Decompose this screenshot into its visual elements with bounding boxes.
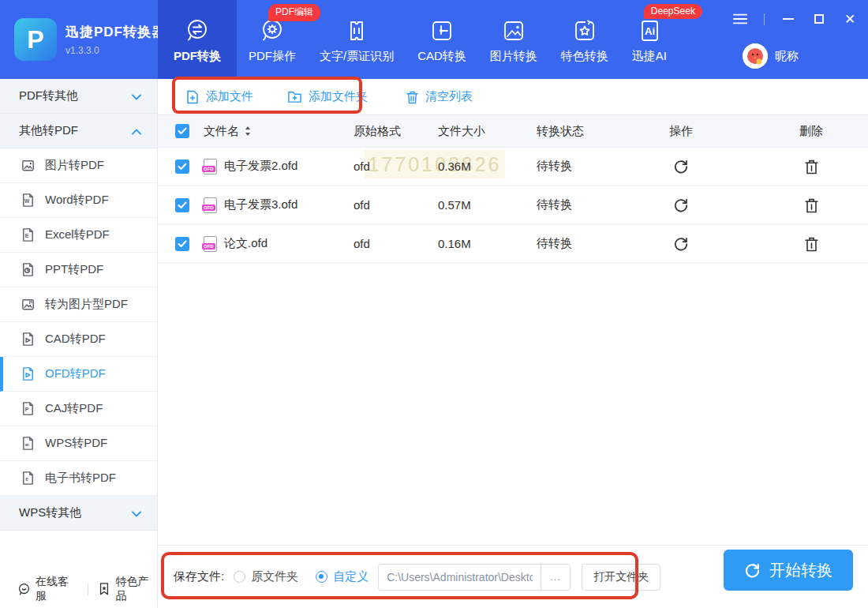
main-content: 1770102826 添加文件 添加文件夹 清空列表 — [158, 79, 868, 608]
footer-divider — [88, 584, 88, 595]
clear-list-label: 清空列表 — [425, 89, 473, 104]
sidebar-item-ppt-to-pdf[interactable]: PPT转PDF — [0, 253, 157, 287]
ofd-file-icon: OFD — [204, 159, 217, 175]
maximize-button[interactable] — [812, 12, 826, 26]
sidebar-item-word-to-pdf[interactable]: W Word转PDF — [0, 183, 157, 218]
featured-products-label: 特色产品 — [115, 575, 157, 603]
sidebar-item-ebook-to-pdf[interactable]: e 电子书转PDF — [0, 461, 157, 496]
original-folder-label: 原文件夹 — [251, 569, 298, 584]
tab-pdf-convert[interactable]: PDF转换 — [158, 0, 237, 79]
pdf-file-icon — [21, 332, 36, 347]
add-folder-label: 添加文件夹 — [309, 89, 368, 104]
output-path-input[interactable] — [379, 565, 541, 590]
close-button[interactable]: ✕ — [843, 12, 857, 26]
online-support-label: 在线客服 — [36, 575, 77, 603]
row-checkbox[interactable] — [175, 160, 189, 174]
table-header: 文件名 原始格式 文件大小 转换状态 操作 删除 — [158, 115, 868, 148]
file-name: 电子发票3.ofd — [224, 197, 297, 212]
tab-label: CAD转换 — [417, 49, 466, 64]
app-version: v1.3.3.0 — [65, 45, 166, 56]
pdf-convert-icon — [185, 15, 210, 43]
file-size: 0.57M — [432, 198, 530, 212]
sidebar-item-caj-to-pdf[interactable]: P CAJ转PDF — [0, 392, 157, 426]
sidebar-section-pdf-to-other[interactable]: PDF转其他 — [0, 79, 157, 114]
sidebar-item-wps-to-pdf[interactable]: w WPS转PDF — [0, 426, 157, 461]
app-window: P 迅捷PDF转换器 v1.3.3.0 PDF转换 PDF编辑 — [0, 0, 868, 608]
custom-radio[interactable] — [316, 571, 327, 583]
file-name: 论文.ofd — [224, 236, 268, 251]
column-header-size: 文件大小 — [432, 124, 530, 139]
table-row: OFD 电子发票3.ofd ofd 0.57M 待转换 — [158, 186, 868, 225]
clear-list-button[interactable]: 清空列表 — [406, 89, 473, 104]
delete-row-button[interactable] — [804, 236, 819, 252]
file-status: 待转换 — [530, 236, 608, 251]
add-folder-button[interactable]: 添加文件夹 — [287, 89, 368, 104]
file-format: ofd — [347, 198, 432, 212]
convert-refresh-button[interactable] — [673, 159, 689, 175]
sidebar-item-label: PPT转PDF — [45, 262, 103, 277]
sidebar-item-excel-to-pdf[interactable]: E Excel转PDF — [0, 218, 157, 253]
browse-button[interactable]: ... — [541, 565, 570, 590]
image-file-icon — [21, 158, 36, 173]
tab-pdf-operate[interactable]: PDF编辑 PDF操作 — [237, 0, 308, 79]
online-support-link[interactable]: 在线客服 — [17, 575, 77, 603]
tab-ocr[interactable]: 文字/票证识别 — [308, 0, 406, 79]
table-row: OFD 论文.ofd ofd 0.16M 待转换 — [158, 225, 868, 264]
excel-file-icon: E — [21, 227, 36, 242]
delete-row-button[interactable] — [804, 197, 819, 213]
tab-special-convert[interactable]: 特色转换 — [549, 0, 620, 79]
main-nav: PDF转换 PDF编辑 PDF操作 — [158, 0, 679, 79]
sort-icon[interactable] — [245, 126, 251, 136]
add-file-button[interactable]: 添加文件 — [185, 89, 253, 104]
featured-products-link[interactable]: 特色产品 — [98, 575, 157, 603]
controls-divider — [764, 13, 765, 25]
ppt-file-icon — [21, 262, 36, 277]
svg-text:E: E — [25, 233, 29, 238]
start-convert-button[interactable]: 开始转换 — [724, 550, 853, 591]
open-folder-button[interactable]: 打开文件夹 — [582, 564, 660, 591]
delete-row-button[interactable] — [804, 159, 819, 175]
sidebar-section-wps-to-other[interactable]: WPS转其他 — [0, 496, 157, 531]
file-status: 待转换 — [530, 159, 608, 174]
sidebar-item-label: OFD转PDF — [45, 366, 106, 381]
start-convert-label: 开始转换 — [769, 560, 832, 581]
bookmark-star-icon — [98, 582, 110, 596]
original-folder-radio[interactable] — [234, 571, 245, 583]
save-custom-option[interactable]: 自定义 — [316, 569, 369, 584]
star-convert-icon — [572, 15, 597, 43]
wps-file-icon: w — [21, 436, 36, 451]
sidebar-item-to-image-pdf[interactable]: P 转为图片型PDF — [0, 287, 157, 322]
file-size: 0.16M — [432, 237, 530, 250]
avatar — [743, 43, 768, 69]
svg-text:Ai: Ai — [645, 25, 655, 37]
section-label: WPS转其他 — [19, 505, 81, 520]
select-all-checkbox[interactable] — [175, 124, 189, 138]
column-header-delete: 删除 — [799, 124, 823, 139]
row-checkbox[interactable] — [175, 237, 189, 251]
sidebar: PDF转其他 其他转PDF 图片转PDF W Word转PDF E — [0, 79, 158, 608]
user-account[interactable]: 昵称 — [743, 43, 799, 69]
ticket-scan-icon — [344, 15, 369, 43]
tab-ai[interactable]: DeepSeek Ai 迅捷AI — [620, 0, 679, 79]
column-header-status: 转换状态 — [530, 124, 608, 139]
convert-refresh-button[interactable] — [673, 197, 689, 213]
menu-icon[interactable] — [733, 12, 747, 26]
sidebar-item-label: Word转PDF — [45, 193, 109, 208]
add-file-label: 添加文件 — [206, 89, 253, 104]
sidebar-section-other-to-pdf[interactable]: 其他转PDF — [0, 114, 157, 148]
pdf-edit-badge: PDF编辑 — [268, 4, 320, 21]
sidebar-item-image-to-pdf[interactable]: 图片转PDF — [0, 148, 157, 183]
sidebar-item-label: 电子书转PDF — [45, 471, 116, 486]
tab-image-convert[interactable]: 图片转换 — [478, 0, 549, 79]
tab-label: 迅捷AI — [632, 49, 667, 64]
row-checkbox[interactable] — [175, 198, 189, 212]
convert-refresh-button[interactable] — [673, 236, 689, 252]
minimize-button[interactable] — [781, 12, 795, 26]
sidebar-item-ofd-to-pdf[interactable]: OFD转PDF — [0, 357, 157, 392]
save-original-folder-option[interactable]: 原文件夹 — [234, 569, 298, 584]
tab-cad-convert[interactable]: CAD转换 — [406, 0, 478, 79]
image-icon — [501, 15, 526, 43]
sidebar-item-cad-to-pdf[interactable]: CAD转PDF — [0, 322, 157, 357]
clear-list-icon — [406, 90, 419, 104]
app-logo: P 迅捷PDF转换器 v1.3.3.0 — [14, 18, 166, 61]
